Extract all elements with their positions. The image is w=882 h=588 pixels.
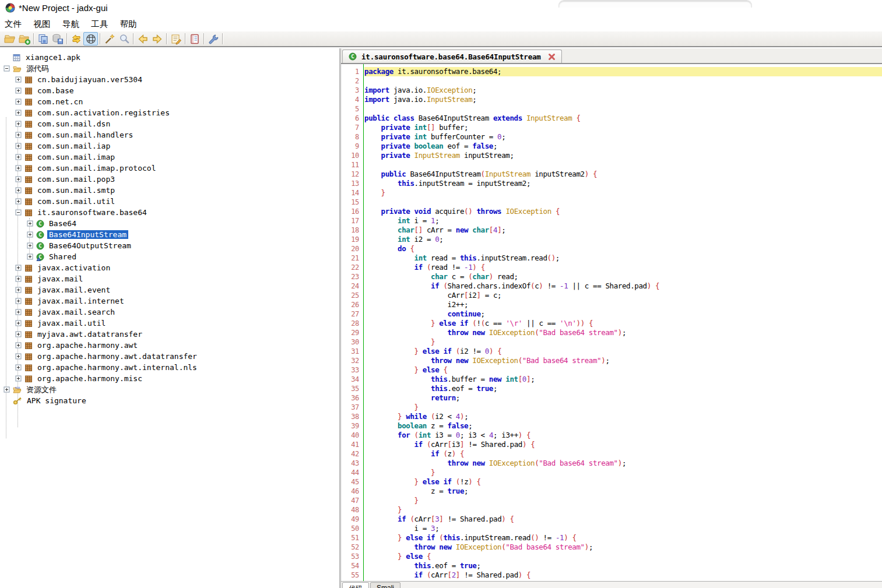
code-line[interactable]: this.eof = true; [364,561,882,571]
code-line[interactable]: public Base64InputStream(InputStream inp… [364,170,882,179]
expand-toggle-icon[interactable] [15,209,22,216]
expand-toggle-icon[interactable] [27,253,33,260]
expand-toggle-icon[interactable] [3,386,10,393]
code-line[interactable]: throw new IOException("Bad base64 stream… [364,459,882,468]
tree-item-myjava-awt-datatransfer[interactable]: myjava.awt.datatransfer [0,329,339,340]
tree-item-org-apache-harmony-awt-internal-nls[interactable]: org.apache.harmony.awt.internal.nls [0,362,339,373]
expand-toggle-icon[interactable] [15,353,22,360]
code-line[interactable]: return; [364,393,882,403]
code-line[interactable]: private int bufferCounter = 0; [364,132,882,142]
preferences-button[interactable] [206,32,220,45]
code-line[interactable]: } [364,403,882,412]
code-line[interactable]: } else { [364,552,882,561]
tree-item-com-base[interactable]: com.base [0,85,339,96]
tree-item-apk-signature[interactable]: APK signature [0,395,339,406]
tree-item--[interactable]: 010资源文件 [0,384,339,395]
code-line[interactable]: i2++; [364,300,882,309]
expand-toggle-icon[interactable] [15,176,22,182]
add-files-button[interactable] [17,32,31,45]
code-line[interactable]: } [364,188,882,198]
expand-toggle-icon[interactable] [15,165,22,171]
code-line[interactable]: if (cArr[i3] != Shared.pad) { [364,440,882,449]
code-line[interactable]: if (Shared.chars.indexOf(c) != -1 || c =… [364,281,882,291]
code-line[interactable]: int read = this.inputStream.read(); [364,253,882,263]
tree-item-javax-mail-util[interactable]: javax.mail.util [0,318,339,329]
tree-item-com-sun-mail-imap-protocol[interactable]: com.sun.mail.imap.protocol [0,163,339,174]
tree-item-javax-activation[interactable]: javax.activation [0,262,339,273]
menu-navigation[interactable]: 导航 [58,16,84,32]
code-line[interactable]: private InputStream inputStream; [364,151,882,160]
code-line[interactable]: if (read != -1) { [364,263,882,272]
tab-close-icon[interactable] [548,53,556,61]
tree-item-it-sauronsoftware-base64[interactable]: it.sauronsoftware.base64 [0,207,339,218]
code-line[interactable]: private boolean eof = false; [364,142,882,151]
code-line[interactable]: } else { [364,365,882,375]
expand-toggle-icon[interactable] [15,265,22,271]
expand-toggle-icon[interactable] [27,231,33,238]
expand-toggle-icon[interactable] [15,287,22,293]
code-line[interactable]: } else if (i2 != 0) { [364,347,882,356]
code-line[interactable]: } else if (!(c == '\r' || c == '\n')) { [364,319,882,328]
tree-item-base64[interactable]: CBase64 [0,218,339,229]
expand-toggle-icon[interactable] [15,198,22,205]
code-line[interactable]: throw new IOException("Bad base64 stream… [364,356,882,365]
expand-toggle-icon[interactable] [15,132,22,138]
nav-back-button[interactable] [135,32,150,45]
sync-reload-button[interactable] [69,32,83,45]
code-line[interactable]: int i = 1; [364,216,882,226]
code-line[interactable]: if (cArr[3] != Shared.pad) { [364,515,882,524]
expand-toggle-icon[interactable] [27,242,33,249]
nav-forward-button[interactable] [150,32,164,45]
expand-toggle-icon[interactable] [15,364,22,371]
code-line[interactable]: } else if (this.inputStream.read() != -1… [364,533,882,543]
menu-view[interactable]: 视图 [29,16,55,32]
code-line[interactable]: boolean z = false; [364,421,882,431]
tree-item-javax-mail-event[interactable]: javax.mail.event [0,284,339,295]
menu-help[interactable]: 帮助 [115,16,142,32]
expand-toggle-icon[interactable] [15,143,22,149]
expand-toggle-icon[interactable] [15,309,22,315]
quick-commands-button[interactable] [102,32,117,45]
package-tree[interactable]: xiangce1.apk源代码cn.baidujiayuan.ver5304co… [0,48,339,588]
tree-item-javax-mail-search[interactable]: javax.mail.search [0,307,339,318]
code-line[interactable]: } else if (!z) { [364,477,882,487]
code-line[interactable]: throw new IOException("Bad base64 stream… [364,543,882,552]
menu-file[interactable]: 文件 [0,16,26,32]
expand-toggle-icon[interactable] [15,76,22,83]
tree-item-com-sun-mail-util[interactable]: com.sun.mail.util [0,196,339,207]
expand-toggle-icon[interactable] [15,98,22,105]
code-line[interactable]: char c = (char) read; [364,272,882,281]
expand-toggle-icon[interactable] [15,342,22,348]
bottom-tab-smali[interactable]: Smali [370,582,400,588]
code-line[interactable]: package it.sauronsoftware.base64; [364,67,882,76]
code-line[interactable]: } [364,505,882,515]
tree-item-com-sun-mail-dsn[interactable]: com.sun.mail.dsn [0,118,339,129]
log-viewer-button[interactable] [187,32,202,45]
expand-toggle-icon[interactable] [27,220,33,227]
code-line[interactable] [364,160,882,170]
code-lines[interactable]: package it.sauronsoftware.base64;import … [364,64,882,582]
code-line[interactable]: import java.io.InputStream; [364,95,882,104]
code-line[interactable]: this.buffer = new int[0]; [364,375,882,384]
code-line[interactable]: cArr[i2] = c; [364,291,882,300]
code-line[interactable]: int i2 = 0; [364,235,882,244]
tree-item-javax-mail-internet[interactable]: javax.mail.internet [0,295,339,307]
code-line[interactable]: this.inputStream = inputStream2; [364,179,882,188]
code-line[interactable]: this.eof = true; [364,384,882,393]
export-button[interactable] [50,32,65,45]
code-line[interactable]: private void acquire() throws IOExceptio… [364,207,882,216]
expand-toggle-icon[interactable] [15,154,22,160]
open-file-button[interactable] [2,32,17,45]
code-line[interactable]: public class Base64InputStream extends I… [364,114,882,123]
code-line[interactable]: do { [364,244,882,253]
expand-toggle-icon[interactable] [15,187,22,193]
code-line[interactable]: } [364,496,882,505]
expand-toggle-icon[interactable] [15,110,22,116]
edit-note-button[interactable] [168,32,183,45]
tree-item-com-sun-mail-pop3[interactable]: com.sun.mail.pop3 [0,174,339,185]
tree-item-shared[interactable]: CShared [0,251,339,262]
tree-item-org-apache-harmony-misc[interactable]: org.apache.harmony.misc [0,373,339,384]
code-line[interactable]: private int[] buffer; [364,123,882,132]
deobfuscation-button[interactable] [83,32,98,45]
code-line[interactable]: } while (i2 < 4); [364,412,882,421]
